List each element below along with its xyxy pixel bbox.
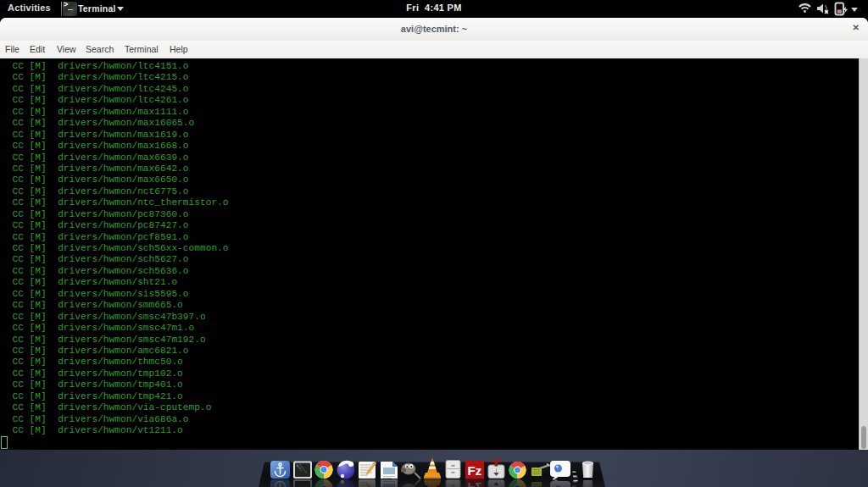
svg-text:>_: >_ xyxy=(297,464,303,469)
svg-text:Fz: Fz xyxy=(468,480,482,487)
